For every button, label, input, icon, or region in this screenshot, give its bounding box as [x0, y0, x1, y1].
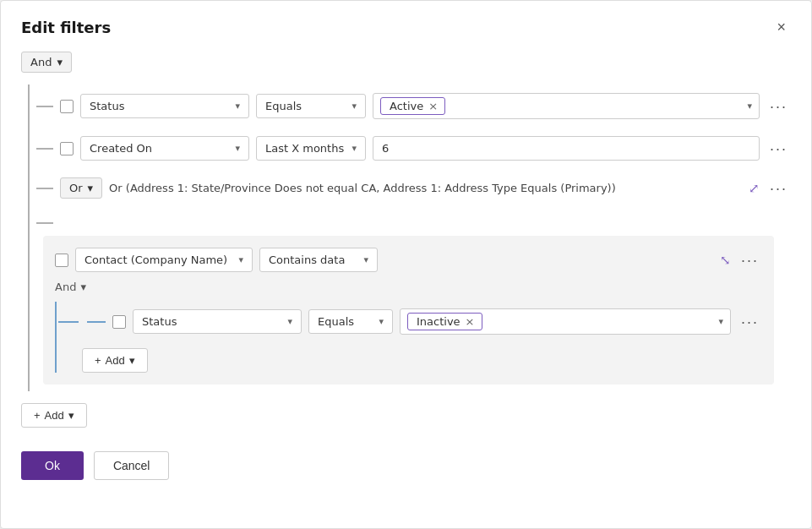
close-button[interactable]: ×: [771, 18, 791, 36]
hline-or: [36, 188, 53, 189]
hline-1: [36, 106, 53, 107]
nested-and-chevron: ▾: [80, 281, 86, 293]
row2-field-label: Created On: [90, 142, 152, 155]
row1-condition-select[interactable]: Equals ▾: [256, 94, 366, 118]
vline-seg-nested: [28, 207, 30, 391]
sub-row1-value-field: Inactive × ▾: [400, 308, 731, 335]
row1-field-select[interactable]: Status ▾: [80, 94, 249, 118]
dialog-title: Edit filters: [21, 19, 111, 36]
edit-filters-dialog: Edit filters × And ▾ Status ▾ Equals ▾: [0, 0, 812, 529]
nested-add-plus: +: [95, 354, 101, 367]
row1-value-field: Active × ▾: [373, 93, 760, 119]
nested-add-button[interactable]: + Add ▾: [82, 348, 148, 373]
nested-add-row: + Add ▾: [58, 341, 762, 373]
bottom-add-chevron: ▾: [68, 409, 74, 422]
dialog-footer: Ok Cancel: [21, 451, 791, 480]
row1-checkbox[interactable]: [60, 100, 74, 113]
sub-row1-checkbox[interactable]: [112, 315, 126, 329]
or-dropdown[interactable]: Or ▾: [60, 177, 102, 199]
or-description: Or (Address 1: State/Province Does not e…: [109, 182, 742, 194]
vline-seg-1: [28, 85, 30, 128]
row1-value-chevron: ▾: [747, 101, 752, 112]
sub-hline-1: [87, 321, 106, 323]
nested-condition-label: Contains data: [269, 254, 345, 266]
row1-field-label: Status: [90, 100, 124, 112]
nested-more-button[interactable]: ···: [738, 251, 762, 270]
or-group-row: Or ▾ Or (Address 1: State/Province Does …: [21, 169, 791, 207]
nested-checkbox[interactable]: [55, 254, 68, 267]
bottom-add-plus: +: [34, 409, 41, 422]
or-row-content: Or ▾ Or (Address 1: State/Province Does …: [36, 169, 791, 207]
nested-condition-select[interactable]: Contains data ▾: [259, 248, 378, 272]
row2-checkbox[interactable]: [60, 142, 74, 155]
row2-condition-label: Last X months: [265, 142, 344, 155]
nested-field-label: Contact (Company Name): [84, 254, 227, 266]
ok-button[interactable]: Ok: [21, 451, 84, 480]
bottom-add-button[interactable]: + Add ▾: [21, 403, 87, 428]
vline-col-2: [21, 128, 36, 169]
or-label: Or: [69, 182, 83, 194]
nested-and-label: And: [55, 281, 76, 293]
hline-2: [36, 148, 53, 150]
sub-row1-more-button[interactable]: ···: [738, 313, 762, 331]
nested-add-chevron: ▾: [129, 354, 135, 367]
sub-row1-value-chevron: ▾: [718, 316, 723, 327]
row2-more-button[interactable]: ···: [766, 139, 791, 158]
nested-group-row: Contact (Company Name) ▾ Contains data ▾…: [21, 207, 791, 391]
hline-nested: [36, 222, 53, 224]
row-content-2: Created On ▾ Last X months ▾ 6 ···: [36, 128, 791, 169]
vline-seg-or: [28, 169, 30, 207]
sub-filter-row-1: Status ▾ Equals ▾ Inactive: [58, 302, 762, 341]
top-and-dropdown[interactable]: And ▾: [21, 52, 72, 73]
nested-add-label: Add: [106, 354, 125, 367]
cancel-button[interactable]: Cancel: [94, 451, 170, 480]
row2-value-input[interactable]: 6: [373, 136, 760, 161]
sub-row1-field-select[interactable]: Status ▾: [133, 309, 302, 334]
or-more-button[interactable]: ···: [766, 179, 791, 198]
row2-value-label: 6: [382, 142, 389, 155]
row1-condition-label: Equals: [265, 100, 302, 112]
nested-collapse-icon[interactable]: ⤡: [720, 253, 731, 268]
row1-condition-chevron: ▾: [352, 101, 357, 112]
or-chevron: ▾: [88, 182, 94, 194]
sub-row1-condition-select[interactable]: Equals ▾: [308, 309, 393, 334]
nested-condition-chevron: ▾: [363, 254, 368, 265]
sub-filter-container: Status ▾ Equals ▾ Inactive: [55, 302, 762, 373]
nested-group-header: Contact (Company Name) ▾ Contains data ▾…: [55, 248, 762, 272]
row1-tag-label: Active: [390, 100, 423, 112]
sub-row1-tag-label: Inactive: [417, 315, 460, 328]
nested-group-box: Contact (Company Name) ▾ Contains data ▾…: [43, 236, 774, 384]
filter-rows-container: Status ▾ Equals ▾ Active × ▾ ···: [21, 85, 791, 391]
row2-field-chevron: ▾: [235, 143, 240, 154]
dialog-header: Edit filters ×: [21, 18, 791, 36]
nested-field-select[interactable]: Contact (Company Name) ▾: [75, 248, 253, 272]
filter-row-2: Created On ▾ Last X months ▾ 6 ···: [21, 128, 791, 169]
top-and-label: And: [30, 56, 52, 68]
top-and-chevron: ▾: [57, 56, 63, 68]
sub-row1-condition-chevron: ▾: [379, 316, 384, 327]
row-content-1: Status ▾ Equals ▾ Active × ▾ ···: [36, 85, 791, 128]
row1-more-button[interactable]: ···: [766, 97, 791, 116]
bottom-add-label: Add: [45, 409, 64, 422]
nested-field-chevron: ▾: [238, 254, 243, 265]
filter-row-1: Status ▾ Equals ▾ Active × ▾ ···: [21, 85, 791, 128]
row2-field-select[interactable]: Created On ▾: [80, 136, 249, 161]
row1-tag-remove[interactable]: ×: [428, 101, 438, 112]
sub-vline: [55, 302, 57, 373]
vline-col-nested: [21, 207, 36, 391]
vline-seg-2: [28, 128, 30, 169]
vline-col-1: [21, 85, 36, 128]
sub-row1-condition-label: Equals: [318, 315, 354, 328]
row2-condition-select[interactable]: Last X months ▾: [256, 136, 366, 161]
row1-value-tag: Active ×: [380, 97, 445, 115]
sub-row1-field-chevron: ▾: [287, 316, 292, 327]
sub-rows: Status ▾ Equals ▾ Inactive: [58, 302, 762, 373]
sub-row1-tag-remove[interactable]: ×: [466, 316, 475, 327]
row2-condition-chevron: ▾: [352, 143, 357, 154]
nested-and-sub: And ▾: [55, 281, 762, 293]
row1-field-chevron: ▾: [235, 101, 240, 112]
or-expand-icon[interactable]: ⤢: [749, 181, 760, 196]
sub-row1-value-tag: Inactive ×: [407, 313, 482, 330]
bottom-add-row: + Add ▾: [21, 403, 791, 428]
vline-col-or: [21, 169, 36, 207]
